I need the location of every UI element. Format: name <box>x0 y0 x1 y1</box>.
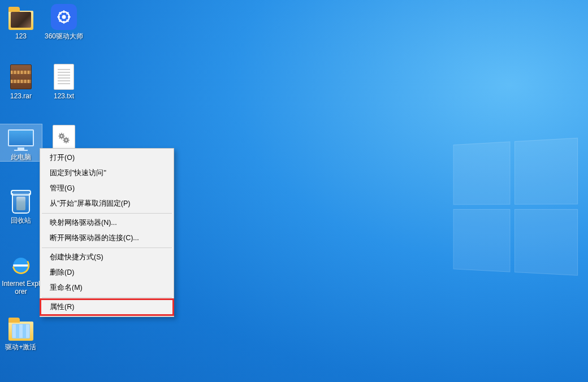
menu-separator <box>42 213 172 214</box>
menu-item-map-drive[interactable]: 映射网络驱动器(N)... <box>41 215 173 231</box>
desktop-icon-360-driver[interactable]: 360驱动大师 <box>43 3 85 40</box>
text-file-icon <box>50 63 77 90</box>
menu-separator <box>42 248 172 248</box>
menu-item-shortcut[interactable]: 创建快捷方式(S) <box>41 250 173 265</box>
recycle-bin-icon <box>7 188 34 215</box>
icon-label: 驱动+激活 <box>0 343 42 351</box>
menu-item-rename[interactable]: 重命名(M) <box>41 280 173 296</box>
menu-item-delete[interactable]: 删除(D) <box>41 265 173 280</box>
menu-item-disconnect[interactable]: 断开网络驱动器的连接(C)... <box>41 231 173 246</box>
windows-logo-background <box>453 137 583 280</box>
svg-point-5 <box>66 140 67 141</box>
icon-label: 360驱动大师 <box>43 32 85 40</box>
icon-label: 123 <box>0 32 42 40</box>
menu-item-manage[interactable]: 管理(G) <box>41 181 173 196</box>
archive-icon <box>7 63 34 90</box>
desktop-icon-123-txt[interactable]: 123.txt <box>43 63 85 100</box>
desktop-icon-folder-123[interactable]: 123 <box>0 3 42 40</box>
menu-item-unpin-start[interactable]: 从"开始"屏幕取消固定(P) <box>41 196 173 211</box>
computer-icon <box>7 124 34 151</box>
icon-label: 此电脑 <box>0 153 42 161</box>
menu-item-properties[interactable]: 属性(R) <box>41 299 173 315</box>
folder-icon <box>7 314 34 341</box>
icon-label: Internet Explorer <box>0 280 42 296</box>
desktop-icon-this-pc[interactable]: 此电脑 <box>0 124 42 161</box>
menu-item-open[interactable]: 打开(O) <box>41 150 173 166</box>
icon-label: 回收站 <box>0 216 42 224</box>
menu-separator <box>42 297 172 298</box>
folder-icon <box>7 3 34 31</box>
desktop-icon-123-rar[interactable]: 123.rar <box>0 63 42 100</box>
desktop-icon-drivers-folder[interactable]: 驱动+激活 <box>0 314 42 351</box>
app-icon <box>50 3 77 31</box>
svg-point-1 <box>62 15 66 19</box>
desktop-icon-internet-explorer[interactable]: Internet Explorer <box>0 251 42 296</box>
desktop[interactable]: 123 360驱动大师 123.rar 123.txt 此电脑 <box>0 0 588 382</box>
icon-label: 123.txt <box>43 92 85 100</box>
ie-icon <box>7 251 34 278</box>
menu-item-pin-quick[interactable]: 固定到"快速访问" <box>41 166 173 181</box>
desktop-icon-recycle-bin[interactable]: 回收站 <box>0 188 42 224</box>
svg-point-4 <box>60 135 62 137</box>
context-menu-this-pc: 打开(O) 固定到"快速访问" 管理(G) 从"开始"屏幕取消固定(P) 映射网… <box>40 148 174 317</box>
gear-file-icon <box>50 124 77 151</box>
icon-label: 123.rar <box>0 92 42 100</box>
